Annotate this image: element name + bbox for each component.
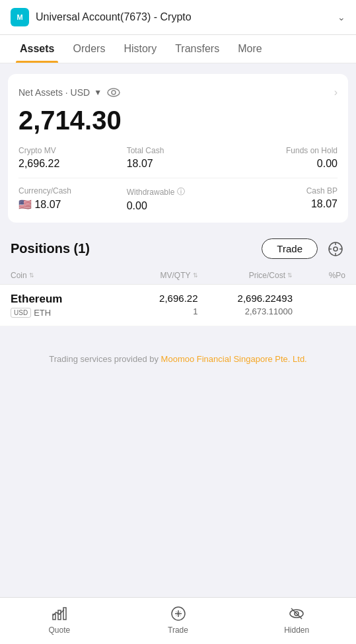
svg-text:M: M [17,13,22,21]
nav-quote-label: Quote [48,626,70,635]
stat-funds-on-hold: Funds on Hold 0.00 [234,146,338,170]
chevron-right-icon[interactable]: › [334,87,338,98]
coin-tags: USD ETH [11,308,103,318]
sort-icon-mv[interactable]: ⇅ [193,272,198,279]
header-left: M Universal Account(7673) - Crypto [11,8,192,26]
price-col: 2,696.22493 2,673.11000 [198,293,293,318]
positions-section: Positions (1) Trade Coin ⇅ MV/QTY ⇅ [0,233,356,326]
nav-trade-label: Trade [168,626,188,635]
net-assets-card: Net Assets · USD ▼ › 2,714.30 Crypto MV … [8,74,348,223]
header-title: Universal Account(7673) - Crypto [36,11,192,23]
nav-quote[interactable]: Quote [0,604,119,635]
moomoo-logo: M [11,8,29,26]
col-coin: Coin ⇅ [11,271,103,280]
positions-actions: Trade [262,238,345,259]
settings-icon[interactable] [326,239,345,259]
coin-symbol: ETH [34,308,51,318]
footer: Trading services provided by Moomoo Fina… [0,326,356,426]
sort-icon-coin[interactable]: ⇅ [29,272,34,279]
nav-hidden-label: Hidden [284,626,309,635]
stat-withdrawable: Withdrawable ⓘ 0.00 [127,186,230,212]
bottom-nav: Quote Trade Hidden [0,597,356,644]
chart-icon [50,604,69,623]
col-pct: %Po [293,271,345,280]
tab-more[interactable]: More [229,35,271,63]
stat-withdrawable-label: Withdrawable ⓘ [127,186,230,197]
stat-withdrawable-value: 0.00 [127,200,230,212]
trade-button[interactable]: Trade [262,238,318,259]
mv-value: 2,696.22 [103,293,198,304]
positions-header: Positions (1) Trade [0,233,356,267]
tab-orders[interactable]: Orders [63,35,114,63]
nav-trade[interactable]: Trade [119,604,238,635]
stat-total-cash: Total Cash 18.07 [127,146,230,170]
nav-hidden[interactable]: Hidden [237,604,356,635]
mv-qty: 1 [103,306,198,316]
trade-icon [169,604,188,623]
stat-funds-label: Funds on Hold [234,146,338,155]
eye-icon[interactable] [106,85,122,100]
svg-point-3 [112,90,116,94]
svg-rect-11 [58,610,61,620]
table-row[interactable]: Ethereum USD ETH 2,696.22 1 2,696.22493 … [0,285,356,326]
net-assets-label: Net Assets · USD ▼ [18,85,122,100]
dropdown-icon[interactable]: ▼ [94,88,102,97]
stat-cash-bp-label: Cash BP [234,186,338,196]
stat-cash-bp-value: 18.07 [234,198,338,210]
stat-currency-cash: Currency/Cash 🇺🇸 18.07 [18,186,122,212]
table-header: Coin ⇅ MV/QTY ⇅ Price/Cost ⇅ %Po [0,267,356,285]
stat-crypto-mv-value: 2,696.22 [18,158,122,170]
footer-text: Trading services provided by [49,354,160,364]
coin-name: Ethereum [11,293,103,306]
tab-history[interactable]: History [114,35,166,63]
stat-crypto-mv: Crypto MV 2,696.22 [18,146,122,170]
net-assets-text: Net Assets · USD [18,87,90,98]
card-divider [18,178,338,178]
positions-title: Positions (1) [11,241,90,256]
sort-icon-price[interactable]: ⇅ [287,272,293,279]
stat-crypto-mv-label: Crypto MV [18,146,122,155]
stat-total-cash-value: 18.07 [127,158,230,170]
tab-assets[interactable]: Assets [11,35,63,63]
tab-bar: Assets Orders History Transfers More [0,35,356,63]
col-mv-qty: MV/QTY ⇅ [103,271,198,280]
stat-currency-label: Currency/Cash [18,186,122,196]
stat-currency-value: 🇺🇸 18.07 [18,198,122,211]
app-header: M Universal Account(7673) - Crypto ⌄ [0,0,356,35]
stats-row-1: Crypto MV 2,696.22 Total Cash 18.07 Fund… [18,146,338,170]
svg-point-5 [334,247,338,251]
flag-icon: 🇺🇸 [18,199,32,210]
svg-point-2 [108,89,120,96]
net-assets-value: 2,714.30 [18,106,338,135]
stat-cash-bp: Cash BP 18.07 [234,186,338,212]
hidden-icon [287,604,306,623]
stat-total-cash-label: Total Cash [127,146,230,155]
pct-col [293,293,345,318]
coin-usd-tag: USD [11,308,31,318]
footer-link[interactable]: Moomoo Financial Singapore Pte. Ltd. [161,354,307,364]
info-icon[interactable]: ⓘ [177,186,185,197]
mv-col: 2,696.22 1 [103,293,198,318]
coin-info: Ethereum USD ETH [11,293,103,318]
col-price-cost: Price/Cost ⇅ [198,271,293,280]
net-assets-header: Net Assets · USD ▼ › [18,85,338,100]
price-value: 2,696.22493 [198,293,293,304]
cost-value: 2,673.11000 [198,306,293,316]
stat-funds-value: 0.00 [234,158,338,170]
tab-transfers[interactable]: Transfers [166,35,229,63]
stats-row-2: Currency/Cash 🇺🇸 18.07 Withdrawable ⓘ 0.… [18,186,338,212]
chevron-down-icon[interactable]: ⌄ [338,12,345,22]
